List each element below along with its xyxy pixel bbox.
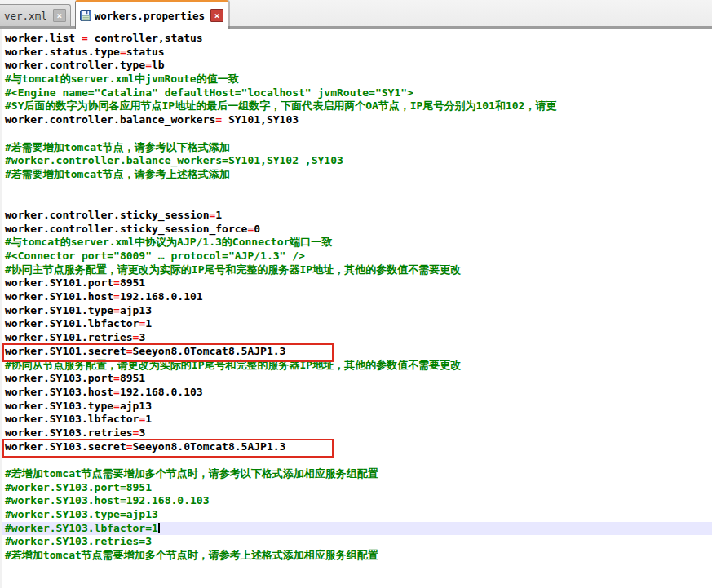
code-line[interactable]: #worker.SY103.host=192.168.0.103 — [2, 494, 712, 508]
code-line[interactable]: #若增加tomcat节点需要增加多个节点时，请参考上述格式添加相应服务组配置 — [2, 549, 712, 563]
code-line[interactable]: #worker.SY103.lbfactor=1 — [2, 522, 712, 536]
code-line[interactable]: #协同从节点服务配置，请更改为实际的IP尾号和完整的服务器IP地址，其他的参数值… — [2, 359, 712, 373]
code-line[interactable]: worker.SY101.type=ajp13 — [2, 304, 712, 318]
code-line-annotated[interactable]: worker.SY101.secret=Seeyon8.0Tomcat8.5AJ… — [2, 345, 712, 359]
code-line[interactable] — [2, 127, 712, 141]
code-line[interactable] — [2, 453, 712, 467]
code-line[interactable]: worker.list = controller,status — [2, 32, 712, 46]
code-line-annotated[interactable]: worker.SY103.secret=Seeyon8.0Tomcat8.5AJ… — [2, 440, 712, 454]
code-line[interactable]: #<Engine name="Catalina" defaultHost="lo… — [2, 86, 712, 100]
close-tab-icon[interactable]: × — [53, 9, 66, 22]
code-line[interactable]: worker.SY103.lbfactor=1 — [2, 413, 712, 427]
code-line[interactable]: #若需要增加tomcat节点，请参考上述格式添加 — [2, 168, 712, 182]
code-line[interactable]: worker.controller.sticky_session_force=0 — [2, 223, 712, 237]
editor-area[interactable]: worker.list = controller,statusworker.st… — [0, 29, 712, 588]
code-line[interactable] — [2, 182, 712, 196]
tab-label: ver.xml — [4, 10, 47, 22]
code-line[interactable]: #worker.SY103.type=ajp13 — [2, 508, 712, 522]
code-line[interactable]: #SY后面的数字为协同各应用节点IP地址的最后一组数字，下面代表启用两个OA节点… — [2, 99, 712, 113]
code-line[interactable]: #协同主节点服务配置，请更改为实际的IP尾号和完整的服务器IP地址，其他的参数值… — [2, 263, 712, 277]
tab-workers-properties[interactable]: workers.properties × — [75, 0, 228, 29]
code-line[interactable]: #<Connector port="8009" … protocol="AJP/… — [2, 250, 712, 263]
code-line[interactable]: worker.SY101.retries=3 — [2, 331, 712, 345]
code-line[interactable]: worker.SY103.type=ajp13 — [2, 400, 712, 413]
text-editor-window: ver.xml × workers.properties × worker.li… — [0, 0, 712, 588]
code-line[interactable]: worker.SY101.lbfactor=1 — [2, 317, 712, 331]
save-icon — [80, 10, 91, 21]
code-line[interactable]: worker.SY103.port=8951 — [2, 372, 712, 386]
code-line[interactable]: #worker.SY103.port=8951 — [2, 481, 712, 495]
code-line[interactable]: #若增加tomcat节点需要增加多个节点时，请参考以下格式添加相应服务组配置 — [2, 467, 712, 481]
code-line[interactable]: worker.status.type=status — [2, 46, 712, 60]
text-cursor — [158, 523, 160, 533]
tab-label: workers.properties — [95, 10, 205, 22]
code-line[interactable]: #与tomcat的server.xml中协议为AJP/1.3的Connector… — [2, 236, 712, 250]
code-line[interactable] — [2, 195, 712, 209]
code-line[interactable]: worker.SY103.retries=3 — [2, 427, 712, 440]
code-line[interactable]: worker.SY103.host=192.168.0.103 — [2, 386, 712, 400]
code-line[interactable]: #与tomcat的server.xml中jvmRoute的值一致 — [2, 73, 712, 86]
code-line[interactable]: #若需要增加tomcat节点，请参考以下格式添加 — [2, 141, 712, 155]
code-line[interactable]: worker.controller.type=lb — [2, 59, 712, 73]
close-tab-icon[interactable]: × — [210, 9, 223, 22]
code-line[interactable]: worker.controller.balance_workers= SY101… — [2, 113, 712, 127]
code-line[interactable]: #worker.controller.balance_workers=SY101… — [2, 154, 712, 168]
tab-server-xml[interactable]: ver.xml × — [0, 4, 71, 26]
code-line[interactable]: #worker.SY103.retries=3 — [2, 535, 712, 549]
code-line[interactable]: worker.controller.sticky_session=1 — [2, 209, 712, 223]
code-line[interactable]: worker.SY101.host=192.168.0.101 — [2, 290, 712, 304]
code-line[interactable]: worker.SY101.port=8951 — [2, 276, 712, 290]
tab-bar: ver.xml × workers.properties × — [0, 0, 712, 29]
